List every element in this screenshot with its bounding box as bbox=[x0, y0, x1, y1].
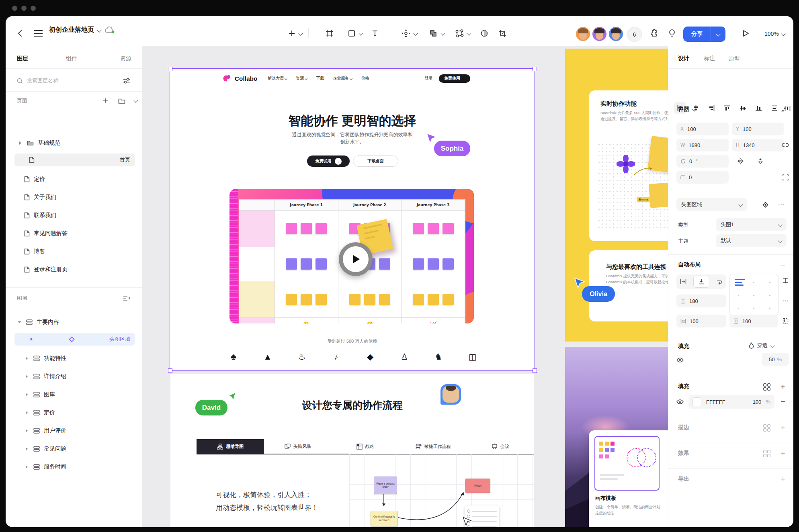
shape-tool[interactable] bbox=[346, 27, 358, 39]
template-tab[interactable]: 头脑风暴 bbox=[264, 439, 332, 454]
selection-handle[interactable] bbox=[533, 368, 537, 373]
add-page-icon[interactable] bbox=[102, 98, 109, 104]
add-stroke-button[interactable]: + bbox=[778, 423, 788, 433]
kanban-illustration[interactable]: Journey Phase 1 Journey Phase 2 Journey … bbox=[229, 189, 474, 323]
constrain-proportions-button[interactable] bbox=[780, 140, 791, 150]
opacity-value-input[interactable]: 50% bbox=[762, 353, 789, 366]
fill-styles-button[interactable] bbox=[762, 382, 772, 392]
more-options-button[interactable]: ⋯ bbox=[776, 199, 787, 210]
expand-caret-icon[interactable] bbox=[26, 357, 28, 360]
add-effect-button[interactable]: + bbox=[778, 448, 788, 459]
width-input[interactable]: W1680 bbox=[676, 139, 729, 151]
mask-tool[interactable] bbox=[478, 27, 490, 39]
layer-item[interactable]: 定价 bbox=[14, 405, 135, 420]
collaborator-avatar[interactable] bbox=[576, 27, 590, 41]
insert-tool-dropdown[interactable] bbox=[297, 27, 304, 39]
collapse-layers-icon[interactable] bbox=[123, 295, 130, 301]
vector-tool[interactable] bbox=[453, 27, 465, 39]
page-item[interactable]: 博客 bbox=[14, 244, 135, 259]
page-item[interactable]: 常见问题解答 bbox=[14, 226, 135, 241]
remove-fill-button[interactable]: − bbox=[778, 397, 788, 407]
individual-padding-button[interactable] bbox=[780, 315, 791, 326]
folder-icon[interactable] bbox=[118, 98, 125, 104]
expand-caret-icon[interactable] bbox=[26, 429, 28, 432]
frame-tool[interactable] bbox=[324, 27, 336, 39]
baseline-align-button[interactable] bbox=[780, 275, 791, 286]
collaborator-count-badge[interactable]: 6 bbox=[627, 27, 642, 42]
height-input[interactable]: H1340 bbox=[732, 139, 784, 151]
visibility-toggle[interactable] bbox=[675, 355, 685, 365]
window-dot[interactable] bbox=[21, 6, 27, 11]
add-fill-button[interactable]: + bbox=[778, 382, 788, 392]
layer-item[interactable]: 图库 bbox=[14, 387, 135, 402]
gap-input[interactable]: 180 bbox=[676, 295, 726, 307]
type-select[interactable]: 头图1 bbox=[716, 218, 787, 231]
add-export-button[interactable]: + bbox=[778, 474, 788, 485]
expand-caret-icon[interactable] bbox=[26, 393, 28, 396]
layer-item[interactable]: 常见问题 bbox=[14, 441, 135, 456]
template-tab[interactable]: 会议 bbox=[467, 439, 534, 454]
page-item[interactable]: 联系我们 bbox=[14, 208, 135, 223]
stroke-styles-button[interactable] bbox=[762, 423, 772, 433]
boolean-tool-dropdown[interactable] bbox=[440, 27, 446, 39]
expand-caret-icon[interactable] bbox=[26, 447, 28, 450]
blend-mode-select[interactable]: 穿透 bbox=[749, 342, 774, 349]
tab-design[interactable]: 设计 bbox=[678, 55, 689, 62]
theme-select[interactable]: 默认 bbox=[716, 234, 787, 247]
main-menu-button[interactable] bbox=[32, 27, 44, 39]
layer-item[interactable]: 详情介绍 bbox=[14, 369, 135, 384]
expand-caret-icon[interactable] bbox=[18, 321, 21, 323]
layer-item-selected[interactable]: 头图区域 bbox=[14, 333, 135, 346]
expand-caret-icon[interactable] bbox=[26, 375, 28, 378]
filter-sliders-icon[interactable] bbox=[123, 78, 130, 84]
padding-vertical-input[interactable]: 100 bbox=[729, 315, 778, 327]
align-top-button[interactable] bbox=[721, 102, 733, 114]
move-tool[interactable] bbox=[400, 27, 412, 39]
zoom-control[interactable]: 100% bbox=[764, 27, 785, 41]
layer-item[interactable]: 用户评价 bbox=[14, 423, 135, 438]
collapse-panel-button[interactable] bbox=[779, 104, 789, 115]
collapse-pages-icon[interactable] bbox=[133, 98, 138, 102]
inspiration-button[interactable] bbox=[666, 27, 678, 39]
text-tool[interactable] bbox=[369, 27, 381, 39]
layer-search-input[interactable]: 搜索图层名称 bbox=[17, 74, 131, 88]
x-position-input[interactable]: X100 bbox=[676, 123, 729, 135]
window-dot[interactable] bbox=[31, 6, 36, 11]
independent-corners-button[interactable] bbox=[780, 172, 791, 182]
selection-handle[interactable] bbox=[168, 368, 172, 373]
design-navbar[interactable]: Collabo 解决方案 资源 下载 企业服务 价格 登录 免费使用 → bbox=[170, 69, 534, 88]
canvas[interactable]: Collabo 解决方案 资源 下载 企业服务 价格 登录 免费使用 → 智能协… bbox=[142, 46, 668, 527]
vector-tool-dropdown[interactable] bbox=[466, 27, 472, 39]
shape-tool-dropdown[interactable] bbox=[358, 27, 364, 39]
fill-color-row[interactable]: FFFFFF 100 % bbox=[688, 395, 774, 409]
aside-card-collab[interactable]: 实时协作功能 Boardmix 允许最多 500 人同时协作，促进 通过提及、留… bbox=[589, 90, 668, 241]
collaborator-avatar[interactable] bbox=[609, 27, 623, 41]
layer-item[interactable]: 功能特性 bbox=[14, 351, 135, 366]
tab-prototype[interactable]: 原型 bbox=[729, 55, 740, 62]
back-button[interactable] bbox=[15, 27, 27, 39]
tab-annotate[interactable]: 标注 bbox=[704, 55, 715, 62]
page-item-selected[interactable]: 首页 bbox=[14, 153, 135, 166]
selection-handle[interactable] bbox=[533, 67, 537, 71]
layer-item[interactable]: 服务时间 bbox=[14, 459, 135, 475]
page-item[interactable]: 关于我们 bbox=[14, 190, 135, 205]
alignment-grid[interactable] bbox=[729, 274, 779, 316]
y-position-input[interactable]: Y100 bbox=[732, 123, 784, 135]
template-card[interactable]: 画布模板 创建一个简单、清晰、简洁的商业计划， 这些的想法 bbox=[589, 430, 668, 527]
expand-caret-icon[interactable] bbox=[26, 411, 28, 414]
page-item[interactable]: 基础规范 bbox=[14, 135, 135, 151]
layer-group[interactable]: 主要内容 bbox=[14, 315, 135, 330]
crop-tool[interactable] bbox=[496, 27, 508, 39]
expand-caret-icon[interactable] bbox=[26, 465, 28, 469]
flip-horizontal-button[interactable] bbox=[735, 156, 746, 166]
layout-vertical-selected[interactable] bbox=[693, 276, 709, 288]
page-item[interactable]: 登录和注册页 bbox=[14, 262, 135, 277]
fill-visibility-toggle[interactable] bbox=[675, 397, 685, 407]
share-dropdown[interactable] bbox=[711, 27, 725, 42]
tab-components[interactable]: 组件 bbox=[66, 55, 77, 62]
component-button[interactable] bbox=[760, 199, 770, 210]
layout-more-button[interactable]: ⋯ bbox=[780, 295, 791, 306]
present-button[interactable] bbox=[740, 27, 752, 39]
corner-radius-input[interactable]: 0 bbox=[676, 171, 729, 184]
share-button[interactable]: 分享 bbox=[683, 27, 711, 42]
